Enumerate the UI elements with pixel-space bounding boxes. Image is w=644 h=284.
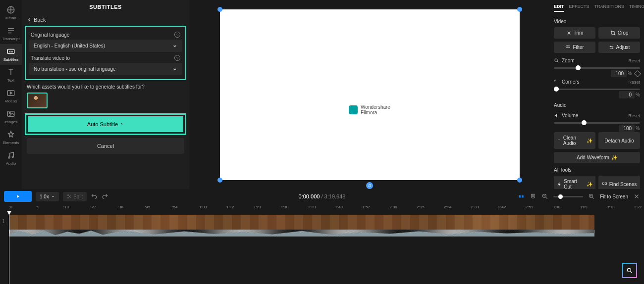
play-button[interactable]	[4, 191, 32, 202]
nav-elements[interactable]: Elements	[0, 127, 22, 148]
close-icon[interactable]	[633, 193, 640, 200]
clean-audio-button[interactable]: Clean Audio✨	[554, 132, 595, 149]
trim-icon	[566, 30, 572, 36]
ruler-tick: 3:09	[580, 205, 588, 209]
ruler-tick: :54	[172, 205, 177, 209]
ruler-tick: 1:39	[308, 205, 316, 209]
resize-handle-tr[interactable]	[517, 7, 522, 12]
preview-canvas[interactable]: WondershareFilmora	[220, 9, 520, 180]
adjust-button[interactable]: Adjust	[598, 42, 640, 53]
videos-icon	[6, 89, 15, 97]
keyframe-icon[interactable]	[634, 70, 641, 77]
auto-subtitle-button[interactable]: Auto Subtitle	[28, 116, 183, 132]
zoom-slider[interactable]	[554, 67, 640, 69]
timeline-zoom-slider[interactable]	[553, 196, 583, 197]
inspector-panel: EDIT EFFECTS TRANSITIONS TIMING Video Tr…	[550, 0, 644, 189]
text-icon	[6, 68, 15, 77]
resize-handle-tl[interactable]	[217, 7, 222, 12]
auto-subtitle-highlight: Auto Subtitle	[25, 113, 186, 135]
ruler-tick: :0	[9, 205, 12, 209]
zoom-value[interactable]: 100	[611, 70, 627, 77]
snap-icon[interactable]	[518, 193, 525, 200]
undo-icon[interactable]	[91, 193, 98, 200]
left-nav: Media Transcript Subtitles Text Videos I…	[0, 0, 22, 189]
svg-rect-18	[522, 195, 524, 198]
sparkle-icon	[557, 138, 561, 143]
ruler-tick: 1:57	[362, 205, 370, 209]
resize-handle-br[interactable]	[517, 178, 522, 183]
zoom-in-icon[interactable]	[588, 193, 595, 200]
zoom-out-icon[interactable]	[541, 193, 548, 200]
speed-selector[interactable]: 1.0x	[36, 192, 59, 201]
nav-text[interactable]: Text	[0, 65, 22, 86]
video-clip[interactable]	[9, 215, 594, 230]
svg-point-5	[8, 157, 10, 158]
zoom-reset[interactable]: Reset	[628, 58, 640, 63]
nav-images[interactable]: Images	[0, 106, 22, 127]
svg-point-9	[610, 46, 611, 47]
svg-rect-17	[519, 195, 521, 198]
corners-reset[interactable]: Reset	[628, 80, 640, 85]
chevron-down-icon	[172, 67, 177, 72]
ruler-tick: 1:12	[226, 205, 234, 209]
nav-audio[interactable]: Audio	[0, 148, 22, 169]
fit-to-screen-button[interactable]: Fit to Screen	[600, 194, 628, 199]
svg-point-21	[627, 268, 631, 272]
nav-media[interactable]: Media	[0, 2, 22, 23]
tab-edit[interactable]: EDIT	[554, 4, 564, 12]
add-waveform-button[interactable]: Add Waveform✨	[554, 152, 640, 163]
corners-slider[interactable]	[554, 89, 640, 90]
help-icon[interactable]: ?	[174, 55, 180, 61]
back-button[interactable]: Back	[22, 14, 189, 26]
help-icon[interactable]: ?	[174, 32, 180, 38]
timeline-tracks[interactable]: 1	[0, 212, 644, 284]
cancel-button[interactable]: Cancel	[27, 138, 184, 154]
trim-button[interactable]: Trim	[554, 27, 595, 39]
volume-slider[interactable]	[554, 122, 640, 124]
elements-icon	[6, 130, 15, 139]
nav-subtitles[interactable]: Subtitles	[0, 44, 22, 65]
translate-to-select[interactable]: No translation - use original language	[29, 63, 182, 75]
detach-audio-button[interactable]: Detach Audio	[598, 132, 640, 149]
split-button[interactable]: Split	[63, 192, 87, 201]
scissors-icon	[67, 194, 72, 199]
media-icon	[6, 5, 15, 14]
original-language-select[interactable]: English - English (United States)	[29, 40, 182, 52]
ruler-tick: 2:51	[526, 205, 534, 209]
playhead[interactable]	[9, 212, 9, 284]
volume-value[interactable]: 100	[619, 125, 635, 132]
ruler-tick: 1:48	[335, 205, 343, 209]
corners-value[interactable]: 0	[619, 91, 635, 98]
ruler-tick: 1:30	[281, 205, 289, 209]
original-language-label: Original language ?	[29, 29, 182, 40]
redo-icon[interactable]	[102, 193, 108, 200]
find-scenes-button[interactable]: Find Scenes	[598, 176, 640, 189]
tab-timing[interactable]: TIMING	[629, 4, 644, 12]
smart-cut-button[interactable]: Smart Cut✨	[554, 176, 595, 189]
filter-button[interactable]: Filter	[554, 42, 595, 53]
volume-reset[interactable]: Reset	[628, 113, 640, 118]
translate-to-label: Translate video to ?	[29, 52, 182, 63]
svg-rect-1	[7, 49, 14, 54]
resize-handle-bl[interactable]	[217, 178, 222, 183]
ruler-tick: 2:24	[444, 205, 452, 209]
volume-icon	[554, 113, 559, 118]
tab-effects[interactable]: EFFECTS	[569, 4, 590, 12]
tab-transitions[interactable]: TRANSITIONS	[594, 4, 625, 12]
nav-transcript[interactable]: Transcript	[0, 23, 22, 44]
search-icon	[626, 267, 633, 274]
magnet-icon[interactable]	[530, 193, 537, 200]
timeline-ruler[interactable]: :0:9:18:27:36:45:541:031:121:211:301:391…	[0, 204, 644, 212]
crop-button[interactable]: Crop	[598, 27, 640, 39]
rotate-handle[interactable]	[366, 182, 373, 189]
bolt-icon	[557, 182, 562, 187]
track-number: 1	[2, 219, 5, 224]
asset-thumbnail[interactable]	[27, 93, 48, 108]
zoom-icon	[554, 58, 559, 63]
subtitles-panel: SUBTITLES Back Original language ? Engli…	[22, 0, 189, 189]
filter-icon	[565, 45, 571, 50]
subtitles-icon	[6, 47, 15, 56]
nav-videos[interactable]: Videos	[0, 86, 22, 106]
floating-search-button[interactable]	[622, 263, 637, 278]
audio-waveform[interactable]	[9, 230, 594, 237]
